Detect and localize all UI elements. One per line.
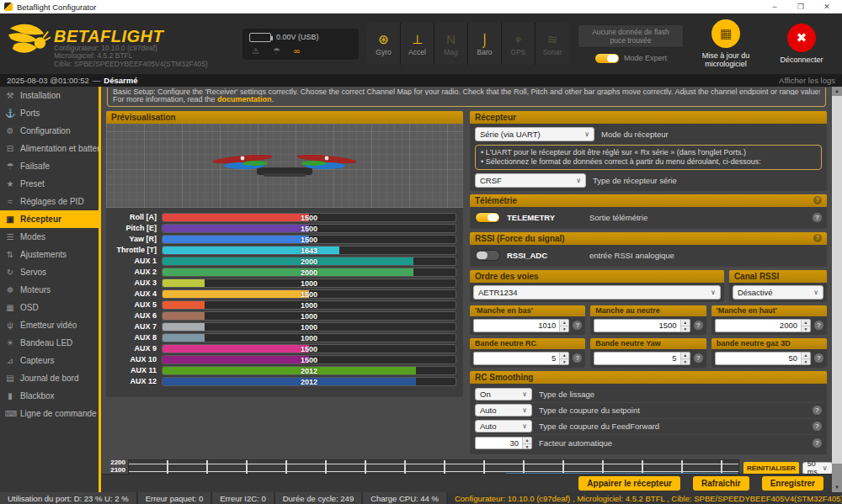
channel-bars: Roll [A] 1500 Pitch [E] 1500 Yaw [R] 150… <box>106 208 463 386</box>
channel-label: AUX 8 <box>108 333 162 342</box>
vertical-scrollbar[interactable]: ▲ ▼ <box>832 87 842 492</box>
pid-tuning-icon: ≈ <box>5 197 15 206</box>
rc-smoothing-select[interactable]: On∨ <box>475 388 532 401</box>
sidebar-item-preset[interactable]: ★ Preset <box>0 175 99 193</box>
accel-icon: ⊥ <box>412 32 423 46</box>
status-bar: Utilisation du port: D: 23 % U: 2 %Erreu… <box>0 492 842 504</box>
refresh-button[interactable]: Rafraîchir <box>693 476 749 491</box>
sidebar-item-modes[interactable]: ☰ Modes <box>0 228 99 246</box>
channel-row: AUX 3 1000 <box>108 279 456 288</box>
stepper[interactable]: ▲▼ <box>680 320 690 332</box>
rc-smoothing-select[interactable]: Auto∨ <box>475 420 532 432</box>
step-down-icon: ▼ <box>681 359 690 365</box>
sidebar-item-label: Installation <box>20 91 61 100</box>
sidebar-item-blackbox[interactable]: ▮ Blackbox <box>0 387 99 405</box>
sidebar-item-power-battery[interactable]: ⊟ Alimentation et batterie <box>0 140 99 157</box>
number-input[interactable]: 5 ▲▼ <box>594 352 690 365</box>
rssi-channel-select[interactable]: Désactivé∨ <box>733 285 823 300</box>
rc-smoothing-number-input[interactable]: 30 ▲▼ <box>475 437 532 449</box>
step-up-icon: ▲ <box>560 320 568 326</box>
documentation-link[interactable]: documentation <box>217 95 272 103</box>
scroll-down-icon[interactable]: ▼ <box>832 483 842 492</box>
disconnect-button[interactable]: ✖ <box>787 24 816 52</box>
channel-value: 1000 <box>163 312 456 321</box>
expert-mode-label: Mode Expert <box>624 54 667 62</box>
show-logs-link[interactable]: Afficher les logs <box>779 76 835 85</box>
stepper[interactable]: ▲▼ <box>680 353 690 364</box>
number-input[interactable]: 2000 ▲▼ <box>715 319 811 332</box>
number-input[interactable]: 1500 ▲▼ <box>594 319 690 332</box>
sidebar-item-logging[interactable]: ▤ Journal de bord <box>0 369 99 387</box>
toggle-knob <box>477 252 488 259</box>
sidebar-item-pid-tuning[interactable]: ≈ Réglages de PID <box>0 193 99 210</box>
help-icon: ? <box>694 353 703 363</box>
channel-map-select[interactable]: AETR1234∨ <box>473 285 721 300</box>
sidebar-item-sensors[interactable]: ⊿ Capteurs <box>0 352 99 369</box>
sidebar-item-led-strip[interactable]: ☀ Bandeau LED <box>0 334 99 352</box>
sidebar-item-motors[interactable]: ☸ Moteurs <box>0 281 99 299</box>
statusbar-segment: Erreur paquet: 0 <box>138 492 213 504</box>
receiver-note-box: • L'UART pour le récepteur doit être rég… <box>475 145 822 170</box>
step-up-icon: ▲ <box>560 353 568 359</box>
channel-bar-track: 1500 <box>162 344 456 353</box>
number-input[interactable]: 5 ▲▼ <box>473 352 569 365</box>
sidebar-item-label: Modes <box>20 232 45 241</box>
configuration-icon: ⚙ <box>5 126 15 135</box>
telemetry-section-header: Télémétrie? <box>470 194 827 207</box>
sidebar-item-adjustments[interactable]: ⇅ Ajustements <box>0 246 99 263</box>
channel-label: AUX 1 <box>108 257 162 265</box>
maximize-button[interactable]: ❐ <box>790 0 812 13</box>
rssi-adc-toggle[interactable] <box>475 250 500 261</box>
sensor-label: Accel <box>408 48 426 56</box>
number-input[interactable]: 50 ▲▼ <box>715 352 811 365</box>
sidebar-item-failsafe[interactable]: ☂ Failsafe <box>0 157 99 175</box>
sidebar-item-servos[interactable]: ↻ Servos <box>0 263 99 281</box>
blackbox-icon: ▮ <box>5 391 15 401</box>
receiver-section-header: Récepteur <box>470 111 827 124</box>
chart-reset-button[interactable]: RÉINITIALISER <box>743 462 799 475</box>
receiver-mode-select[interactable]: Série (via UART)∨ <box>475 127 594 141</box>
telemetry-toggle[interactable] <box>475 212 500 223</box>
sidebar-item-video-transmitter[interactable]: ψ Émetteur vidéo <box>0 316 99 334</box>
sidebar-item-label: Configuration <box>20 126 70 135</box>
content-toolbar: Appairer le récepteur Rafraîchir Enregis… <box>101 474 832 492</box>
stepper[interactable]: ▲▼ <box>801 320 810 332</box>
bind-receiver-button[interactable]: Appairer le récepteur <box>578 476 680 491</box>
step-up-icon: ▲ <box>681 320 690 326</box>
channel-bar-track: 1500 <box>162 289 456 299</box>
rc-smoothing-label: Type de lissage <box>539 390 594 399</box>
expert-mode-toggle[interactable] <box>594 53 620 64</box>
number-input[interactable]: 1010 ▲▼ <box>473 319 569 332</box>
rc-smoothing-row: 30 ▲▼ Facteur automatique ? <box>475 435 822 451</box>
sidebar-item-osd[interactable]: ▦ OSD <box>0 299 99 316</box>
stepper[interactable]: ▲▼ <box>559 353 568 364</box>
scroll-up-icon[interactable]: ▲ <box>832 87 842 96</box>
step-down-icon: ▼ <box>802 326 810 332</box>
sidebar-item-configuration[interactable]: ⚙ Configuration <box>0 122 99 140</box>
statusbar-segment: Durée de cycle: 249 <box>275 492 364 504</box>
channel-bar-track: 1000 <box>162 279 456 288</box>
channel-row: AUX 6 1000 <box>108 311 456 321</box>
firmware-flasher-button[interactable]: ▦ <box>711 19 740 48</box>
close-button[interactable]: ✕ <box>816 0 838 13</box>
serial-provider-select[interactable]: CRSF∨ <box>475 173 586 188</box>
sensor-label: Gyro <box>376 48 391 56</box>
expert-mode-row: Mode Expert <box>594 53 667 64</box>
usb-unplug-icon: ✖ <box>797 34 807 42</box>
flash-data-button[interactable]: Aucune donnée de flash puce trouvée <box>578 24 684 48</box>
sidebar-item-installation[interactable]: ⚒ Installation <box>0 87 99 104</box>
stepper[interactable]: ▲▼ <box>559 320 568 332</box>
statusbar-segment: Erreur I2C: 0 <box>212 492 274 504</box>
stepper[interactable]: ▲▼ <box>522 438 531 448</box>
refresh-interval-select[interactable]: 50 ms∨ <box>802 462 832 475</box>
stepper[interactable]: ▲▼ <box>801 353 810 364</box>
scrollbar-thumb[interactable] <box>832 96 842 464</box>
minimize-button[interactable]: – <box>764 0 786 13</box>
sidebar-item-ports[interactable]: ⚓ Ports <box>0 104 99 122</box>
cli-icon: ⌨ <box>5 409 15 418</box>
save-button[interactable]: Enregistrer <box>762 476 823 491</box>
stick-endpoints-row: 'Manche en bas' 1010 ▲▼ ? Manche au neut… <box>470 305 827 335</box>
rc-smoothing-select[interactable]: Auto∨ <box>475 404 532 416</box>
sidebar-item-receiver[interactable]: ▣ Récepteur <box>0 210 99 228</box>
sidebar-item-cli[interactable]: ⌨ Ligne de commande (CLI) <box>0 405 99 422</box>
